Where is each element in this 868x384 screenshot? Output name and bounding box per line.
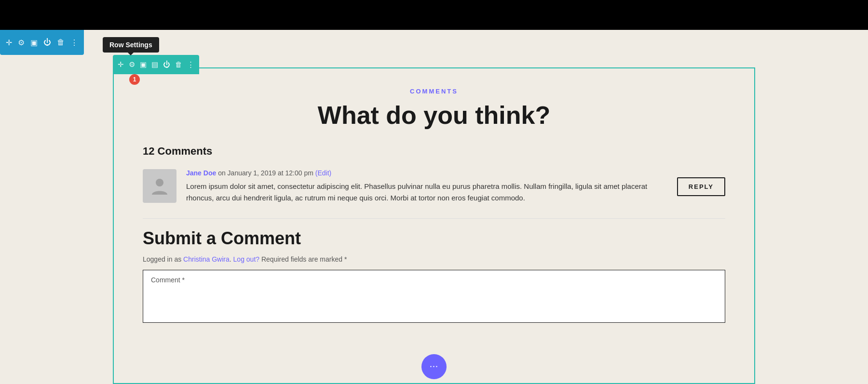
primary-toolbar: ✛ ⚙ ▣ ⏻ 🗑 ⋮ [0, 30, 84, 55]
layout-icon[interactable]: ▣ [30, 38, 38, 47]
floating-dots-icon: ··· [430, 361, 438, 372]
secondary-toolbar: ✛ ⚙ ▣ ▤ ⏻ 🗑 ⋮ [113, 55, 199, 74]
comment-item: Jane Doe on January 1, 2019 at 12:00 pm … [143, 169, 725, 204]
reply-button[interactable]: REPLY [677, 177, 725, 196]
move-icon[interactable]: ✛ [6, 38, 12, 47]
comment-body: Jane Doe on January 1, 2019 at 12:00 pm … [186, 169, 667, 204]
more-icon[interactable]: ⋮ [70, 38, 78, 47]
main-heading: What do you think? [143, 101, 725, 130]
row-badge: 1 [129, 74, 140, 85]
comment-input-label: Comment * [151, 276, 717, 284]
sec-layout-icon[interactable]: ▣ [140, 60, 147, 69]
comment-meta: Jane Doe on January 1, 2019 at 12:00 pm … [186, 169, 667, 177]
comment-count: 12 Comments [143, 145, 725, 158]
submit-heading: Submit a Comment [143, 228, 725, 249]
comment-author[interactable]: Jane Doe [186, 169, 216, 177]
comment-input-wrapper: Comment * [143, 270, 725, 323]
row-settings-tooltip: Row Settings [103, 37, 159, 53]
sec-more-icon[interactable]: ⋮ [187, 60, 194, 69]
top-bar [0, 0, 868, 30]
comment-textarea[interactable] [151, 286, 717, 315]
avatar [143, 169, 176, 203]
comment-date: on January 1, 2019 at 12:00 pm [218, 169, 315, 177]
floating-action-button[interactable]: ··· [421, 354, 447, 379]
power-icon[interactable]: ⏻ [43, 38, 51, 47]
submit-comment-section: Submit a Comment Logged in as Christina … [143, 228, 725, 323]
comment-text: Lorem ipsum dolor sit amet, consectetur … [186, 181, 667, 204]
sec-trash-icon[interactable]: 🗑 [175, 61, 182, 69]
main-content-area: COMMENTS What do you think? 12 Comments … [113, 67, 755, 384]
sec-move-icon[interactable]: ✛ [118, 60, 124, 69]
sec-columns-icon[interactable]: ▤ [151, 60, 158, 69]
comment-divider [143, 218, 725, 219]
comment-edit-link[interactable]: (Edit) [315, 169, 331, 177]
comments-label: COMMENTS [143, 88, 725, 95]
logout-link[interactable]: Log out? [233, 255, 260, 263]
logged-in-text: Logged in as Christina Gwira. Log out? R… [143, 255, 725, 263]
trash-icon[interactable]: 🗑 [57, 38, 65, 47]
logged-in-user-link[interactable]: Christina Gwira [183, 255, 230, 263]
svg-point-0 [156, 179, 163, 186]
sec-settings-icon[interactable]: ⚙ [129, 60, 135, 69]
avatar-silhouette-icon [150, 176, 169, 196]
settings-icon[interactable]: ⚙ [18, 38, 25, 47]
sec-power-icon[interactable]: ⏻ [163, 61, 170, 69]
